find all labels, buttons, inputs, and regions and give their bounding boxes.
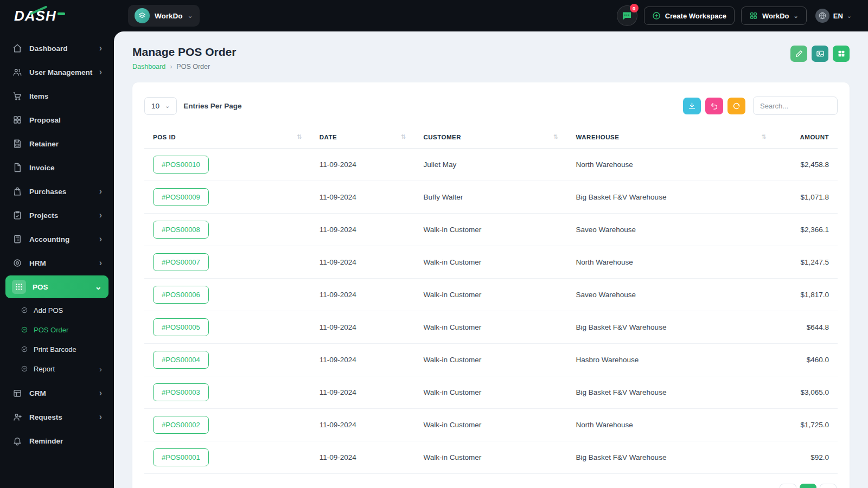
sidebar-item-pos[interactable]: POS ⌄ <box>5 275 108 298</box>
pos-id-badge[interactable]: #POS00008 <box>153 221 209 239</box>
apps-grid-icon <box>12 280 26 294</box>
document-icon <box>12 162 23 173</box>
pagination-next-button[interactable]: › <box>820 484 837 488</box>
sidebar-item-invoice[interactable]: Invoice <box>5 156 108 179</box>
date-cell: 11-09-2024 <box>311 181 415 214</box>
sidebar-item-label: POS <box>33 283 48 291</box>
warehouse-cell: Big Basket F&V Warehouse <box>567 441 775 474</box>
sidebar-item-crm[interactable]: CRM › <box>5 382 108 404</box>
column-header-customer[interactable]: CUSTOMER⇅ <box>414 127 567 149</box>
chevron-down-icon: ⌄ <box>794 12 799 20</box>
brand-logo[interactable]: DASH <box>0 0 114 31</box>
reset-button[interactable] <box>705 98 723 114</box>
sidebar-subitem-label: Print Barcode <box>34 345 76 354</box>
pagination-page-1-button[interactable]: 1 <box>800 484 816 488</box>
column-header-pos-id[interactable]: POS ID⇅ <box>144 127 311 149</box>
pos-id-badge[interactable]: #POS00006 <box>153 286 209 304</box>
chevron-down-icon: ⌄ <box>847 12 852 20</box>
pos-id-badge[interactable]: #POS00002 <box>153 416 209 434</box>
image-icon <box>816 49 825 58</box>
sidebar-subitem-label: Report <box>34 365 55 373</box>
table-row: #POS00008 11-09-2024 Walk-in Customer Sa… <box>144 214 838 246</box>
sidebar-item-purchases[interactable]: Purchases › <box>5 180 108 203</box>
pagination-prev-button[interactable]: ‹ <box>780 484 796 488</box>
users-icon <box>12 67 23 78</box>
warehouse-cell: Hasbro Warehouse <box>567 344 775 376</box>
image-button[interactable] <box>812 46 828 62</box>
create-workspace-button[interactable]: Create Workspace <box>644 7 735 25</box>
sidebar-item-label: Invoice <box>29 164 55 172</box>
cart-icon <box>12 91 23 101</box>
workspace-switcher[interactable]: WorkDo ⌄ <box>128 5 200 27</box>
pos-id-badge[interactable]: #POS00005 <box>153 318 209 336</box>
language-selector[interactable]: EN ⌄ <box>813 9 854 23</box>
chevron-right-icon: › <box>99 389 102 397</box>
warehouse-cell: North Warehouse <box>567 149 775 181</box>
customer-cell: Walk-in Customer <box>414 214 567 246</box>
sidebar-item-reminder[interactable]: Reminder <box>5 429 108 452</box>
entries-per-page-select[interactable]: 10 ⌄ <box>144 97 177 115</box>
sidebar-item-proposal[interactable]: Proposal <box>5 108 108 131</box>
pos-id-badge[interactable]: #POS00007 <box>153 253 209 271</box>
pos-id-badge[interactable]: #POS00009 <box>153 188 209 206</box>
sidebar-item-user-management[interactable]: User Management › <box>5 61 108 84</box>
sidebar-item-label: Requests <box>29 413 62 421</box>
customer-cell: Walk-in Customer <box>414 311 567 344</box>
column-header-amount[interactable]: AMOUNT <box>775 127 838 149</box>
sidebar-item-accounting[interactable]: Accounting › <box>5 228 108 251</box>
pos-id-badge[interactable]: #POS00010 <box>153 156 209 174</box>
search-input[interactable] <box>753 97 838 115</box>
shopping-bag-icon <box>12 186 23 197</box>
export-button[interactable] <box>683 98 701 114</box>
warehouse-cell: Saveo Warehouse <box>567 214 775 246</box>
sidebar-subitem-pos-order[interactable]: POS Order <box>5 320 108 339</box>
sidebar-item-hrm[interactable]: HRM › <box>5 252 108 274</box>
workdo-menu-button[interactable]: WorkDo ⌄ <box>741 7 807 25</box>
page-title: Manage POS Order <box>132 46 236 59</box>
table-row: #POS00009 11-09-2024 Buffy Walter Big Ba… <box>144 181 838 214</box>
pos-id-badge[interactable]: #POS00003 <box>153 383 209 401</box>
column-header-warehouse[interactable]: WAREHOUSE⇅ <box>567 127 775 149</box>
sidebar-item-projects[interactable]: Projects › <box>5 204 108 227</box>
messages-button[interactable]: 0 <box>617 5 637 26</box>
sidebar-subitem-report[interactable]: Report › <box>5 359 108 378</box>
plus-circle-icon <box>652 11 661 20</box>
sidebar-item-requests[interactable]: Requests › <box>5 406 108 428</box>
chevron-right-icon: › <box>99 365 102 373</box>
table-controls: 10 ⌄ Entries Per Page <box>144 97 838 115</box>
sidebar-item-label: CRM <box>29 389 46 397</box>
sidebar-item-retainer[interactable]: Retainer <box>5 132 108 155</box>
sidebar-item-label: Projects <box>29 211 58 220</box>
pos-id-badge[interactable]: #POS00001 <box>153 448 209 466</box>
table-row: #POS00001 11-09-2024 Walk-in Customer Bi… <box>144 441 838 474</box>
customer-cell: Walk-in Customer <box>414 376 567 409</box>
sidebar-item-items[interactable]: Items <box>5 85 108 107</box>
layout-grid-button[interactable] <box>833 46 850 62</box>
entries-per-page-value: 10 <box>151 102 159 110</box>
table-actions <box>683 97 838 115</box>
sidebar-subitem-print-barcode[interactable]: Print Barcode <box>5 339 108 359</box>
amount-cell: $2,458.8 <box>775 149 838 181</box>
warehouse-cell: Big Basket F&V Warehouse <box>567 181 775 214</box>
breadcrumb-dashboard-link[interactable]: Dashboard <box>132 63 165 70</box>
sidebar-item-dashboard[interactable]: Dashboard › <box>5 37 108 60</box>
sidebar-subitem-add-pos[interactable]: Add POS <box>5 300 108 320</box>
customer-cell: Walk-in Customer <box>414 344 567 376</box>
create-workspace-label: Create Workspace <box>665 12 726 20</box>
page-header-text: Manage POS Order Dashboard › POS Order <box>132 46 236 70</box>
customer-cell: Walk-in Customer <box>414 409 567 441</box>
refresh-button[interactable] <box>727 98 745 114</box>
warehouse-cell: Big Basket F&V Warehouse <box>567 376 775 409</box>
topbar-actions: 0 Create Workspace WorkDo ⌄ EN ⌄ <box>617 5 854 26</box>
pos-id-badge[interactable]: #POS00004 <box>153 351 209 369</box>
bell-icon <box>12 435 23 446</box>
chevron-right-icon: › <box>99 187 102 196</box>
customer-cell: Walk-in Customer <box>414 441 567 474</box>
grid-icon <box>749 11 758 20</box>
sidebar-item-label: User Management <box>29 68 92 76</box>
amount-cell: $1,725.0 <box>775 409 838 441</box>
amount-cell: $460.0 <box>775 344 838 376</box>
column-header-date[interactable]: DATE⇅ <box>311 127 415 149</box>
edit-button[interactable] <box>790 46 807 62</box>
pencil-icon <box>795 49 803 58</box>
